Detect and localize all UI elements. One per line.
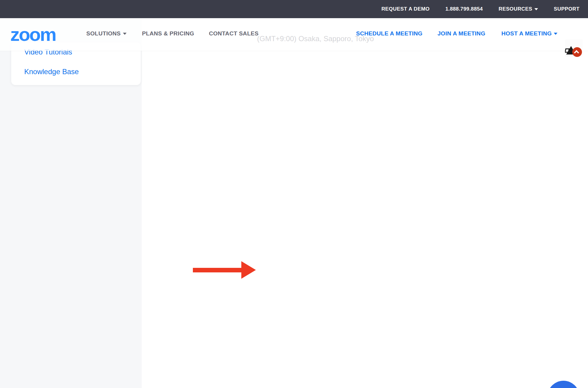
nav-contact-sales[interactable]: CONTACT SALES bbox=[209, 30, 259, 37]
nav-plans-pricing[interactable]: PLANS & PRICING bbox=[142, 30, 194, 37]
nav-solutions-label: SOLUTIONS bbox=[86, 30, 121, 37]
main-content-area bbox=[142, 0, 588, 388]
user-avatar[interactable] bbox=[565, 39, 583, 57]
site-header: zoom SOLUTIONS PLANS & PRICING CONTACT S… bbox=[0, 18, 588, 51]
chevron-down-icon bbox=[534, 8, 538, 10]
nav-join-meeting[interactable]: JOIN A MEETING bbox=[438, 30, 485, 37]
zoom-logo[interactable]: zoom bbox=[10, 24, 56, 45]
nav-host-meeting-label: HOST A MEETING bbox=[501, 30, 552, 37]
sidebar-link-knowledge-base[interactable]: Knowledge Base bbox=[24, 67, 79, 76]
support-link[interactable]: SUPPORT bbox=[554, 6, 580, 12]
chevron-down-icon bbox=[554, 33, 557, 35]
top-utility-bar: REQUEST A DEMO 1.888.799.8854 RESOURCES … bbox=[0, 0, 588, 18]
phone-number[interactable]: 1.888.799.8854 bbox=[445, 6, 483, 12]
resources-menu[interactable]: RESOURCES bbox=[499, 6, 538, 12]
nav-host-meeting[interactable]: HOST A MEETING bbox=[501, 30, 557, 37]
request-demo-link[interactable]: REQUEST A DEMO bbox=[382, 6, 430, 12]
chevron-down-icon bbox=[123, 33, 127, 35]
red-arrow-shaft bbox=[193, 268, 242, 272]
red-arrow-annotation bbox=[193, 261, 256, 279]
nav-solutions[interactable]: SOLUTIONS bbox=[86, 30, 127, 37]
resources-menu-label: RESOURCES bbox=[499, 6, 532, 12]
nav-schedule-meeting[interactable]: SCHEDULE A MEETING bbox=[356, 30, 422, 37]
red-arrow-head bbox=[241, 261, 256, 279]
